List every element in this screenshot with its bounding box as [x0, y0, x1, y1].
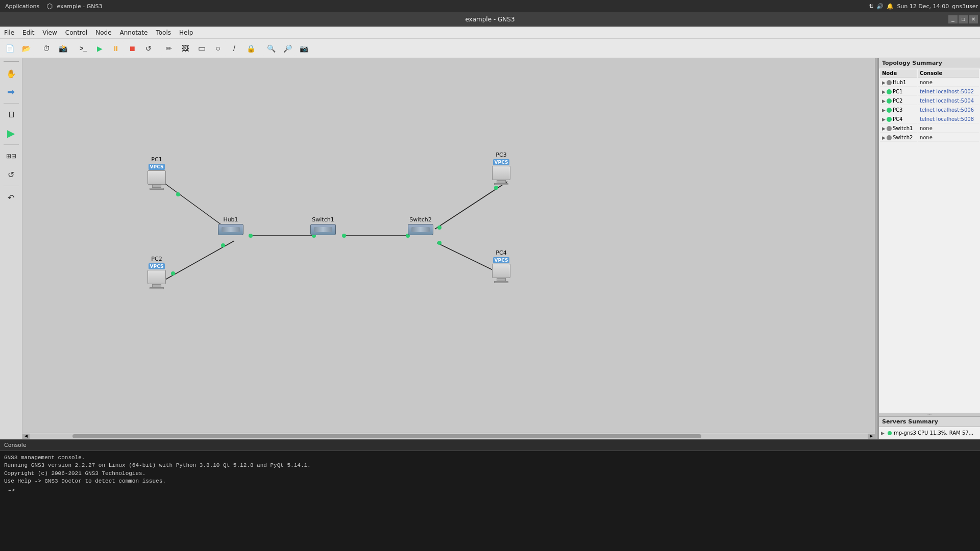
node-status-icon [887, 117, 892, 122]
hub1-body [218, 224, 243, 235]
insert-image-button[interactable]: 🖼 [178, 41, 193, 56]
start-button[interactable]: ▶ [3, 125, 19, 141]
draw-line-button[interactable]: / [227, 41, 242, 56]
expand-arrow-icon[interactable]: ▶ [882, 135, 886, 140]
right-panel: Topology Summary Node Console ▶Hub1none▶… [878, 58, 980, 439]
hub1-label: Hub1 [223, 216, 238, 223]
server-status-dot [888, 431, 892, 435]
monitor-button[interactable]: 🖥 [3, 107, 19, 123]
expand-arrow-icon[interactable]: ▶ [882, 89, 886, 94]
menu-edit[interactable]: Edit [18, 28, 38, 37]
expand-arrow-icon[interactable]: ▶ [882, 126, 886, 131]
topology-node-cell: ▶Hub1 [880, 79, 917, 87]
maximize-button[interactable]: □ [959, 15, 968, 23]
menu-help[interactable]: Help [175, 28, 197, 37]
hscroll-right[interactable]: ▶ [868, 434, 875, 439]
system-topbar: Applications ⬡ example - GNS3 ⇅ 🔊 🔔 Sun … [0, 0, 980, 12]
draw-ellipse-button[interactable]: ○ [210, 41, 226, 56]
topology-console-cell: none [918, 79, 979, 87]
conn-dot-sw1-right [342, 234, 346, 238]
conn-dot-sw2-pc3 [437, 226, 442, 230]
hscroll-thumb[interactable] [72, 434, 701, 438]
move-button[interactable]: ➡ [3, 84, 19, 100]
servers-summary-header: Servers Summary [879, 417, 980, 427]
server-expand[interactable]: ▶ [881, 431, 885, 436]
draw-rectangle-button[interactable]: ▭ [194, 41, 209, 56]
node-pc2[interactable]: PC2 VPCS [148, 256, 166, 289]
fit-screen-button[interactable]: 📷 [296, 41, 311, 56]
new-button[interactable]: 📄 [2, 41, 17, 56]
pc2-label: PC2 [151, 256, 162, 262]
terminal-button[interactable]: >_ [76, 41, 91, 56]
node-status-icon [887, 89, 892, 94]
menu-annotate[interactable]: Annotate [116, 28, 152, 37]
topology-row[interactable]: ▶Switch1none [880, 124, 979, 133]
topology-node-cell: ▶PC2 [880, 97, 917, 105]
lock-button[interactable]: 🔒 [243, 41, 258, 56]
node-pc1[interactable]: PC1 VPCS [148, 156, 166, 190]
pc1-label: PC1 [151, 156, 162, 163]
topology-row[interactable]: ▶Hub1none [880, 79, 979, 87]
vertical-resize-handle[interactable]: ··· [879, 413, 980, 417]
close-button[interactable]: ✕ [969, 15, 978, 23]
node-pc4[interactable]: PC4 VPCS [492, 249, 510, 283]
applications-menu[interactable]: Applications [2, 2, 42, 11]
refresh-side-button[interactable]: ↺ [3, 166, 19, 183]
node-pc3[interactable]: PC3 VPCS [492, 152, 510, 185]
network-canvas[interactable]: PC1 VPCS PC2 VPCS PC3 VPCS PC4 VPCS [22, 58, 875, 439]
pc4-body [492, 264, 510, 278]
expand-arrow-icon[interactable]: ▶ [882, 80, 886, 85]
topology-node-cell: ▶PC1 [880, 88, 917, 96]
topology-node-cell: ▶PC3 [880, 106, 917, 114]
screenshot-button[interactable]: 📸 [55, 41, 70, 56]
menu-view[interactable]: View [38, 28, 61, 37]
console-prompt[interactable]: => [4, 486, 976, 495]
pc3-label: PC3 [496, 152, 506, 158]
hscroll-left[interactable]: ◀ [22, 434, 30, 439]
node-switch2[interactable]: Switch2 [408, 216, 433, 235]
col-console-header: Console [918, 69, 979, 78]
undo-button[interactable]: ↶ [3, 189, 19, 206]
minimize-button[interactable]: _ [948, 15, 958, 23]
titlebar: example - GNS3 _ □ ✕ [0, 12, 980, 27]
node-switch1[interactable]: Switch1 [310, 216, 336, 235]
edit-note-button[interactable]: ✏ [161, 41, 177, 56]
console-line: Copyright (c) 2006-2021 GNS3 Technologie… [4, 470, 976, 478]
stop-all-button[interactable]: ⏹ [125, 41, 140, 56]
zoom-out-button[interactable]: 🔎 [280, 41, 295, 56]
open-button[interactable]: 📂 [18, 41, 34, 56]
node-hub1[interactable]: Hub1 [218, 216, 243, 235]
canvas-hscrollbar[interactable]: ◀ ▶ [22, 433, 875, 439]
toolbar: 📄 📂 ⏱ 📸 >_ ▶ ⏸ ⏹ ↺ ✏ 🖼 ▭ ○ / 🔒 🔍 🔎 📷 [0, 39, 980, 58]
pause-all-button[interactable]: ⏸ [108, 41, 124, 56]
pan-tool-button[interactable]: ✋ [3, 65, 19, 82]
titlebar-title: example - GNS3 [465, 16, 514, 23]
topology-row[interactable]: ▶PC1telnet localhost:5002 [880, 88, 979, 96]
conn-dot-pc1-hub1 [176, 192, 180, 196]
menu-tools[interactable]: Tools [152, 28, 175, 37]
console-line: Running GNS3 version 2.2.27 on Linux (64… [4, 462, 976, 469]
pc1-base [150, 188, 164, 190]
expand-arrow-icon[interactable]: ▶ [882, 98, 886, 104]
expand-arrow-icon[interactable]: ▶ [882, 108, 886, 113]
topology-console-cell: telnet localhost:5002 [918, 88, 979, 96]
pc2-base [150, 287, 164, 289]
topology-row[interactable]: ▶PC2telnet localhost:5004 [880, 97, 979, 105]
expand-arrow-icon[interactable]: ▶ [882, 117, 886, 122]
zoom-in-button[interactable]: 🔍 [263, 41, 279, 56]
console-lines: GNS3 management console.Running GNS3 ver… [4, 454, 976, 486]
timer-button[interactable]: ⏱ [39, 41, 54, 56]
device-grid-button[interactable]: ⊞⊟ [3, 148, 19, 164]
topology-row[interactable]: ▶Switch2none [880, 134, 979, 142]
menu-node[interactable]: Node [91, 28, 115, 37]
topology-row[interactable]: ▶PC3telnet localhost:5006 [880, 106, 979, 114]
topology-node-cell: ▶PC4 [880, 115, 917, 123]
username: gns3user [952, 3, 978, 10]
topology-row[interactable]: ▶PC4telnet localhost:5008 [880, 115, 979, 123]
menu-control[interactable]: Control [61, 28, 91, 37]
reload-button[interactable]: ↺ [141, 41, 156, 56]
console-area: Console GNS3 management console.Running … [0, 439, 980, 551]
menu-file[interactable]: File [0, 28, 18, 37]
titlebar-controls[interactable]: _ □ ✕ [948, 15, 978, 23]
start-all-button[interactable]: ▶ [92, 41, 107, 56]
